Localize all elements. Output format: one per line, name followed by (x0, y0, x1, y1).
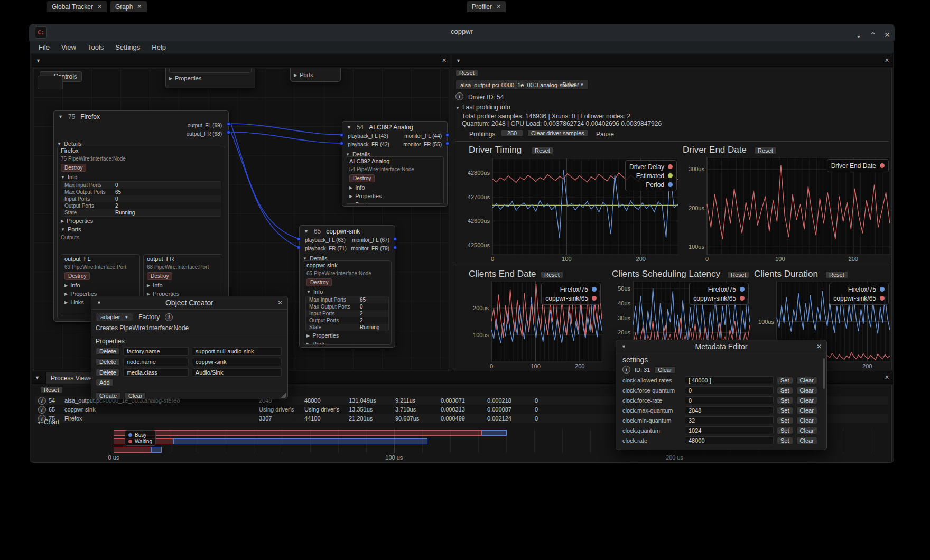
driver-end-date-plot[interactable]: 0100200100us200us300us Driver End Date (683, 157, 890, 263)
legend-entry[interactable]: Firefox/75 (693, 285, 745, 294)
destroy-button[interactable]: Destroy (306, 278, 332, 286)
metadata-value-field[interactable]: 0 (685, 396, 774, 404)
info-expander[interactable]: ▼Info (303, 287, 391, 296)
process-chart-legend[interactable]: BusyWaiting (125, 430, 156, 446)
chart-legend[interactable]: Driver DelayEstimatedPeriod (625, 160, 677, 191)
clear-button[interactable]: Clear (796, 427, 817, 434)
info-icon[interactable]: i (38, 406, 46, 414)
close-icon[interactable]: ✕ (97, 3, 102, 10)
port-dot-playback-fr[interactable] (339, 141, 344, 146)
metadata-value-field[interactable]: 32 (685, 416, 774, 424)
left-dock-close-icon[interactable]: ✕ (440, 57, 448, 64)
right-dock-close-icon[interactable]: ✕ (883, 57, 891, 64)
delete-button[interactable]: Delete (96, 358, 120, 366)
port-dot-output-fr[interactable] (226, 130, 231, 135)
minimize-icon[interactable]: ⌄ (853, 29, 864, 41)
collapse-icon[interactable]: ▼ (304, 229, 309, 234)
close-icon[interactable]: ✕ (277, 299, 283, 306)
info-icon[interactable]: i (455, 92, 463, 100)
info-icon[interactable]: i (38, 397, 46, 405)
ports-expander[interactable]: ▶Ports (303, 340, 391, 345)
dialog-titlebar[interactable]: ▼ Metadata Editor ✕ (616, 340, 826, 353)
partial-node[interactable]: ▶Properties (165, 68, 255, 88)
destroy-button[interactable]: Destroy (61, 164, 86, 172)
property-value-field[interactable]: support.null-audio-sink (192, 347, 282, 356)
property-value-field[interactable]: Audio/Sink (192, 368, 282, 377)
chart-legend[interactable]: Firefox/75coppwr-sink/65 (541, 283, 601, 305)
pause-toggle[interactable]: Pause (596, 130, 614, 138)
destroy-button[interactable]: Destroy (147, 272, 172, 280)
port-dot-monitor-fr[interactable] (445, 141, 449, 146)
properties-expander[interactable]: ▶Properties (303, 331, 391, 340)
partial-node[interactable]: ▶Ports (290, 68, 341, 82)
clear-button[interactable]: Clear (796, 387, 817, 394)
ports-expander[interactable]: ▶Ports (291, 71, 340, 79)
node-alc892[interactable]: ▼ 54 ALC892 Analog playback_FL (43) play… (342, 121, 448, 207)
port-dot-playback-fl-sink[interactable] (296, 237, 301, 241)
legend-entry[interactable]: Firefox/75 (833, 285, 885, 294)
collapse-icon[interactable]: ▼ (58, 114, 63, 119)
process-viewer-reset-button[interactable]: Reset (40, 386, 63, 394)
legend-entry[interactable]: Firefox/75 (545, 285, 597, 294)
bar-segment-busy[interactable] (151, 447, 162, 453)
tab-global-tracker[interactable]: Global Tracker ✕ (46, 1, 107, 12)
delete-button[interactable]: Delete (96, 369, 120, 376)
menu-tools[interactable]: Tools (83, 42, 108, 52)
node-header[interactable]: ▼ 75 Firefox (54, 111, 228, 123)
legend-entry[interactable]: Driver Delay (629, 162, 673, 171)
port-dot-monitor-fl-sink[interactable] (393, 237, 397, 241)
properties-expander[interactable]: ▶Properties (346, 192, 443, 200)
clear-driver-samples-button[interactable]: Clear driver samples (527, 129, 588, 137)
set-button[interactable]: Set (777, 377, 793, 384)
factory-select[interactable]: adapter▼ (96, 313, 133, 321)
set-button[interactable]: Set (777, 427, 793, 434)
last-profiling-expander[interactable]: ▼Last profiling info (455, 104, 510, 111)
metadata-value-field[interactable]: 2048 (685, 406, 774, 414)
set-button[interactable]: Set (777, 387, 793, 394)
delete-button[interactable]: Delete (96, 348, 120, 355)
left-dock-collapse-icon[interactable]: ▼ (36, 58, 41, 63)
chart-legend[interactable]: Firefox/75coppwr-sink/65 (689, 283, 749, 305)
port-dot-playback-fr-sink[interactable] (296, 245, 301, 250)
node-header[interactable]: ▼ 65 coppwr-sink (300, 226, 395, 237)
collapse-icon[interactable]: ▼ (97, 300, 101, 305)
port-dot-playback-fl[interactable] (339, 133, 344, 137)
menu-settings[interactable]: Settings (110, 42, 145, 52)
clients-end-date-plot[interactable]: 0100200100us200us Firefox/75coppwr-sink/… (467, 281, 602, 370)
clear-button[interactable]: Clear (125, 392, 146, 399)
property-key-field[interactable]: factory.name (123, 347, 189, 356)
metadata-editor-dialog[interactable]: ▼ Metadata Editor ✕ settings i ID: 31 Cl… (616, 340, 827, 450)
legend-entry[interactable]: Period (629, 180, 673, 189)
collapse-icon[interactable]: ▼ (621, 344, 626, 349)
bar-segment-busy[interactable] (481, 430, 507, 436)
legend-entry[interactable]: coppwr-sink/65 (545, 294, 597, 303)
clear-button[interactable]: Clear (796, 377, 817, 384)
ports-expander[interactable]: ▼Ports (58, 225, 225, 234)
maximize-icon[interactable]: ⌃ (867, 29, 879, 41)
driver-timing-plot[interactable]: 010020042500us42600us42700us42800us Driv… (468, 158, 678, 263)
set-button[interactable]: Set (777, 407, 793, 414)
bar-segment-busy[interactable] (173, 438, 427, 444)
dialog-titlebar[interactable]: ▼ Object Creator ✕ (91, 296, 287, 310)
menu-view[interactable]: View (57, 42, 81, 52)
metadata-value-field[interactable]: 48000 (685, 436, 774, 444)
port-dot-output-fl[interactable] (226, 122, 231, 126)
chart-legend[interactable]: Driver End Date (827, 159, 889, 172)
property-key-field[interactable]: node.name (123, 358, 189, 366)
menu-file[interactable]: File (34, 42, 54, 52)
collapse-icon[interactable]: ▼ (347, 125, 351, 130)
legend-entry[interactable]: coppwr-sink/65 (833, 294, 885, 303)
bar-segment-waiting[interactable] (114, 430, 481, 436)
scrollbar[interactable] (823, 358, 825, 389)
clients-scheduling-latency-reset-button[interactable]: Reset (727, 271, 750, 278)
info-expander[interactable]: ▶Info (144, 281, 222, 290)
node-firefox[interactable]: ▼ 75 Firefox output_FL (69) output_FR (6… (53, 110, 229, 322)
info-icon[interactable]: i (622, 366, 630, 374)
legend-entry[interactable]: Estimated (629, 171, 673, 180)
chart-legend[interactable]: Firefox/75coppwr-sink/65 (829, 283, 889, 305)
menu-help[interactable]: Help (147, 42, 171, 52)
tab-process-viewer[interactable]: Process Viewer (45, 372, 98, 384)
property-value-field[interactable]: coppwr-sink (192, 358, 282, 366)
info-expander[interactable]: ▶Info (346, 183, 443, 192)
info-expander[interactable]: ▼Info (58, 173, 225, 181)
